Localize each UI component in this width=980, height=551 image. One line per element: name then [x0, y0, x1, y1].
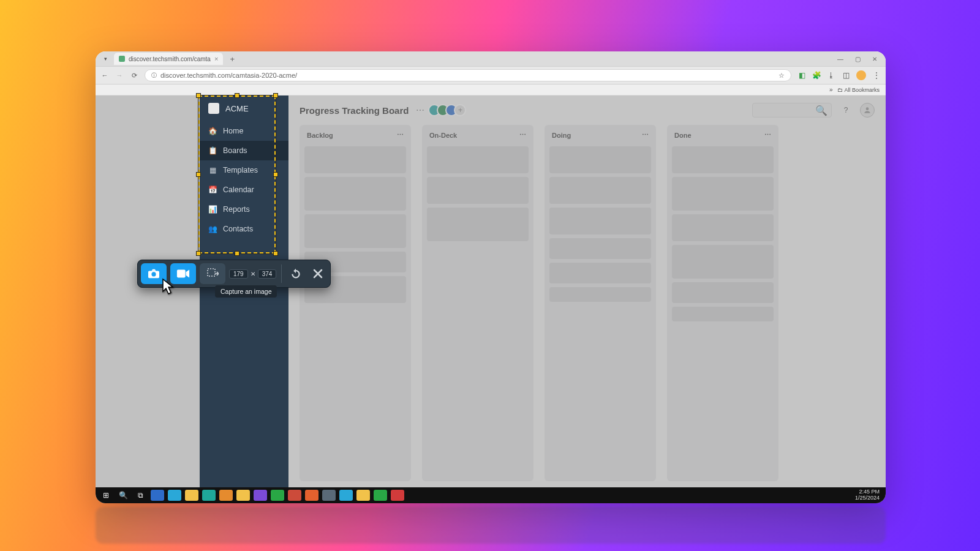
column-menu-icon[interactable]: ⋯ — [397, 131, 404, 139]
capture-undo-button[interactable] — [287, 263, 305, 284]
capture-height-input[interactable]: 374 — [258, 269, 277, 279]
board-card[interactable] — [549, 287, 651, 302]
taskbar-app-icon[interactable] — [339, 490, 353, 501]
resize-handle[interactable] — [196, 172, 201, 177]
taskbar-app-icon[interactable] — [202, 490, 216, 501]
taskbar-app-icon[interactable] — [151, 490, 164, 501]
board-card[interactable] — [304, 214, 406, 248]
region-select-icon — [206, 268, 219, 280]
window-maximize-button[interactable]: ▢ — [853, 56, 862, 62]
capture-selection[interactable] — [198, 96, 276, 253]
taskbar-app-icon[interactable] — [236, 490, 250, 501]
capture-cancel-button[interactable] — [309, 263, 327, 284]
column-menu-icon[interactable]: ⋯ — [642, 131, 649, 139]
taskbar-app-icon[interactable] — [305, 490, 318, 501]
extension-icon[interactable]: ◧ — [797, 71, 806, 80]
user-menu-button[interactable] — [860, 103, 875, 118]
capture-region-mode-button[interactable] — [200, 263, 225, 284]
svg-rect-4 — [208, 269, 215, 276]
taskbar-app-icon[interactable] — [391, 490, 404, 501]
board-card[interactable] — [672, 245, 774, 279]
taskbar-app-icon[interactable] — [288, 490, 301, 501]
board-card[interactable] — [304, 146, 406, 173]
taskbar-date: 1/25/2024 — [855, 495, 880, 501]
address-bar[interactable]: ⓘ discover.techsmith.com/camtasia-2020-a… — [145, 69, 791, 81]
resize-handle[interactable] — [273, 93, 278, 98]
site-info-icon[interactable]: ⓘ — [151, 72, 157, 80]
resize-handle[interactable] — [273, 251, 278, 256]
add-member-button[interactable]: + — [454, 104, 466, 116]
board-column-doing[interactable]: Doing⋯ — [545, 125, 656, 481]
board-card[interactable] — [549, 263, 651, 283]
board-card[interactable] — [427, 177, 529, 204]
board-search[interactable]: 🔍 — [752, 103, 832, 118]
sidepanel-icon[interactable]: ◫ — [842, 71, 850, 80]
board-card[interactable] — [672, 307, 774, 321]
chrome-menu-icon[interactable]: ⋮ — [872, 71, 881, 80]
member-avatars[interactable]: + — [432, 104, 466, 116]
board-card[interactable] — [672, 282, 774, 303]
all-bookmarks-button[interactable]: 🗀 All Bookmarks — [837, 87, 880, 93]
window-close-button[interactable]: ✕ — [870, 56, 880, 62]
column-menu-icon[interactable]: ⋯ — [764, 131, 771, 139]
resize-handle[interactable] — [196, 93, 201, 98]
column-menu-icon[interactable]: ⋯ — [519, 131, 526, 139]
taskbar-app-icon[interactable] — [271, 490, 284, 501]
downloads-icon[interactable]: ⭳ — [827, 71, 835, 80]
nav-forward-button[interactable]: → — [115, 72, 124, 79]
url-text: discover.techsmith.com/camtasia-2020-acm… — [160, 72, 297, 79]
board-card[interactable] — [672, 214, 774, 241]
taskbar-search-icon[interactable]: 🔍 — [116, 490, 130, 501]
start-button[interactable]: ⊞ — [99, 490, 113, 501]
bookmarks-overflow-icon[interactable]: » — [829, 86, 833, 93]
dimension-x-label: ✕ — [251, 271, 255, 277]
user-icon — [863, 106, 872, 114]
board-card[interactable] — [304, 177, 406, 211]
selection-border — [198, 96, 276, 253]
nav-back-button[interactable]: ← — [100, 72, 109, 79]
taskbar-app-icon[interactable] — [322, 490, 336, 501]
taskbar-app-icon[interactable] — [254, 490, 267, 501]
toolbar-separator — [281, 264, 282, 283]
board-column-backlog[interactable]: Backlog⋯ — [300, 125, 411, 481]
help-button[interactable]: ? — [839, 103, 853, 117]
board-card[interactable] — [549, 208, 651, 234]
undo-icon — [290, 268, 301, 279]
capture-width-input[interactable]: 179 — [229, 269, 248, 279]
taskbar-app-icon[interactable] — [219, 490, 233, 501]
board-card[interactable] — [549, 238, 651, 259]
profile-avatar-icon[interactable] — [856, 70, 866, 80]
browser-tab-strip: ▾ discover.techsmith.com/camta × + — ▢ ✕ — [96, 51, 886, 66]
board-card[interactable] — [427, 208, 529, 241]
board-menu-icon[interactable]: ⋯ — [416, 105, 424, 115]
board-card[interactable] — [672, 177, 774, 211]
board-column-done[interactable]: Done⋯ — [667, 125, 778, 481]
mouse-cursor — [162, 278, 176, 293]
taskbar-clock[interactable]: 2:45 PM 1/25/2024 — [855, 489, 882, 501]
board-column-ondeck[interactable]: On-Deck⋯ — [422, 125, 533, 481]
tab-search-dropdown[interactable]: ▾ — [99, 54, 111, 64]
nav-reload-button[interactable]: ⟳ — [130, 72, 138, 80]
task-view-icon[interactable]: ⧉ — [134, 490, 147, 501]
taskbar-app-icon[interactable] — [185, 490, 198, 501]
window-minimize-button[interactable]: — — [835, 56, 845, 62]
resize-handle[interactable] — [235, 251, 239, 256]
board-card[interactable] — [549, 146, 651, 173]
new-tab-button[interactable]: + — [228, 54, 236, 63]
close-tab-icon[interactable]: × — [214, 55, 218, 62]
reflection-decoration — [96, 507, 886, 544]
browser-tab[interactable]: discover.techsmith.com/camta × — [114, 53, 223, 65]
extensions-menu-icon[interactable]: 🧩 — [812, 71, 821, 80]
camera-icon — [147, 268, 160, 279]
resize-handle[interactable] — [196, 251, 201, 256]
capture-dimensions: 179 ✕ 374 — [229, 269, 276, 279]
resize-handle[interactable] — [273, 172, 278, 177]
taskbar-app-icon[interactable] — [356, 490, 370, 501]
board-card[interactable] — [549, 177, 651, 204]
board-card[interactable] — [672, 146, 774, 173]
taskbar-app-icon[interactable] — [168, 490, 181, 501]
bookmark-star-icon[interactable]: ☆ — [778, 72, 785, 80]
taskbar-app-icon[interactable] — [374, 490, 387, 501]
board-card[interactable] — [427, 146, 529, 173]
resize-handle[interactable] — [235, 93, 239, 98]
